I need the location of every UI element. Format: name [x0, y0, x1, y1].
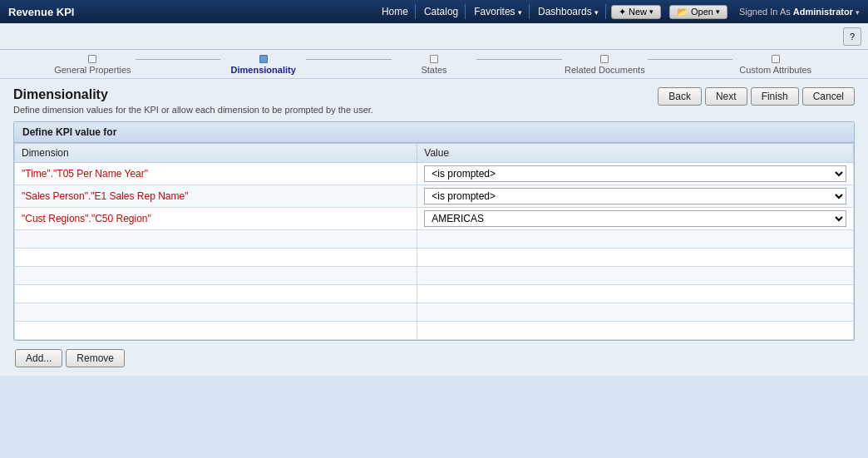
- dim-select-3[interactable]: <is prompted> AMERICAS: [424, 210, 846, 227]
- signed-in-label: Signed In As Administrator ▾: [739, 7, 860, 17]
- topbar-nav: Home Catalog Favorites ▾ Dashboards ▾ ✦ …: [91, 4, 860, 19]
- empty-cell: [15, 230, 417, 249]
- empty-cell: [15, 322, 417, 340]
- step-dot-custom: [772, 55, 780, 63]
- table-row: [15, 285, 854, 303]
- topbar: Revenue KPI Home Catalog Favorites ▾ Das…: [0, 0, 868, 23]
- wizard-steps: General Properties Dimensionality States…: [0, 50, 868, 79]
- back-button[interactable]: Back: [658, 87, 702, 106]
- nav-home[interactable]: Home: [375, 4, 416, 19]
- define-section: Define KPI value for Dimension Value "Ti…: [13, 121, 855, 341]
- page-info: Dimensionality Define dimension values f…: [13, 87, 373, 115]
- dim-value-cell-3: <is prompted> AMERICAS: [417, 208, 854, 230]
- col-header-value: Value: [417, 144, 854, 163]
- step-label-general: General Properties: [54, 65, 131, 75]
- cancel-button[interactable]: Cancel: [802, 87, 855, 106]
- dim-name-text-3: "Cust Regions"."C50 Region": [22, 213, 151, 224]
- signed-in-user: Administrator: [793, 7, 853, 17]
- step-dimensionality[interactable]: Dimensionality: [220, 55, 306, 75]
- empty-cell: [417, 249, 854, 267]
- step-label-related: Related Documents: [565, 65, 645, 75]
- empty-cell: [15, 285, 417, 303]
- empty-cell: [15, 303, 417, 322]
- bottom-buttons: Add... Remove: [13, 349, 855, 367]
- table-row: "Time"."T05 Per Name Year" <is prompted>…: [15, 163, 854, 185]
- empty-cell: [417, 303, 854, 322]
- table-row: [15, 230, 854, 249]
- step-related-docs[interactable]: Related Documents: [562, 55, 648, 75]
- folder-icon: 📂: [677, 7, 688, 17]
- step-dot-general: [88, 55, 96, 63]
- dim-value-cell-1: <is prompted> AMERICAS: [417, 163, 854, 185]
- new-button[interactable]: ✦ New ▾: [611, 5, 661, 19]
- step-states[interactable]: States: [392, 55, 477, 75]
- remove-button[interactable]: Remove: [66, 349, 125, 367]
- empty-cell: [417, 322, 854, 340]
- table-row: [15, 303, 854, 322]
- page-title: Dimensionality: [13, 87, 373, 102]
- nav-dashboards[interactable]: Dashboards ▾: [531, 4, 606, 19]
- nav-favorites[interactable]: Favorites ▾: [467, 4, 530, 19]
- step-general-properties[interactable]: General Properties: [50, 55, 136, 75]
- col-header-dimension: Dimension: [15, 144, 417, 163]
- define-section-header: Define KPI value for: [14, 122, 854, 143]
- dim-name-text-1: "Time"."T05 Per Name Year": [22, 168, 148, 180]
- main-content: Dimensionality Define dimension values f…: [0, 79, 868, 376]
- step-dot-states: [430, 55, 438, 63]
- empty-cell: [417, 285, 854, 303]
- step-label-dimensionality: Dimensionality: [231, 65, 296, 75]
- dim-name-cell-3: "Cust Regions"."C50 Region": [15, 208, 417, 230]
- empty-cell: [417, 230, 854, 249]
- step-dot-dimensionality: [259, 55, 268, 63]
- step-custom-attrs[interactable]: Custom Attributes: [732, 55, 818, 75]
- table-row: "Sales Person"."E1 Sales Rep Name" <is p…: [15, 185, 854, 208]
- open-arrow: ▾: [716, 7, 720, 16]
- empty-cell: [15, 267, 417, 285]
- dashboards-arrow: ▾: [594, 8, 599, 17]
- step-connector-2: [306, 59, 392, 60]
- iconbar: ?: [0, 23, 868, 50]
- app-brand: Revenue KPI: [8, 6, 74, 18]
- page-subtitle: Define dimension values for the KPI or a…: [13, 105, 373, 115]
- step-connector-1: [136, 59, 221, 60]
- dim-select-1[interactable]: <is prompted> AMERICAS: [424, 165, 846, 182]
- new-icon: ✦: [619, 7, 626, 17]
- empty-cell: [417, 267, 854, 285]
- page-header: Dimensionality Define dimension values f…: [13, 87, 855, 115]
- dim-name-cell-2: "Sales Person"."E1 Sales Rep Name": [15, 185, 417, 208]
- next-button[interactable]: Next: [705, 87, 747, 106]
- table-row: "Cust Regions"."C50 Region" <is prompted…: [15, 208, 854, 230]
- table-row: [15, 322, 854, 340]
- step-dot-related: [600, 55, 609, 63]
- empty-cell: [15, 249, 417, 267]
- table-row: [15, 267, 854, 285]
- dim-name-text-2: "Sales Person"."E1 Sales Rep Name": [22, 190, 188, 202]
- step-label-states: States: [421, 65, 446, 75]
- new-arrow: ▾: [649, 7, 653, 16]
- finish-button[interactable]: Finish: [751, 87, 799, 106]
- dim-value-cell-2: <is prompted> AMERICAS: [417, 185, 854, 208]
- favorites-arrow: ▾: [518, 8, 522, 17]
- step-connector-3: [476, 59, 562, 60]
- open-button[interactable]: 📂 Open ▾: [669, 5, 727, 19]
- dim-select-2[interactable]: <is prompted> AMERICAS: [424, 188, 846, 204]
- user-arrow: ▾: [856, 8, 860, 17]
- dim-name-cell: "Time"."T05 Per Name Year": [15, 163, 417, 185]
- step-connector-4: [648, 59, 733, 60]
- nav-catalog[interactable]: Catalog: [417, 4, 466, 19]
- help-icon-btn[interactable]: ?: [843, 27, 861, 46]
- dimension-table: Dimension Value "Time"."T05 Per Name Yea…: [14, 143, 854, 340]
- table-row: [15, 249, 854, 267]
- action-buttons: Back Next Finish Cancel: [658, 87, 855, 106]
- add-button[interactable]: Add...: [15, 349, 62, 367]
- step-label-custom: Custom Attributes: [739, 65, 811, 75]
